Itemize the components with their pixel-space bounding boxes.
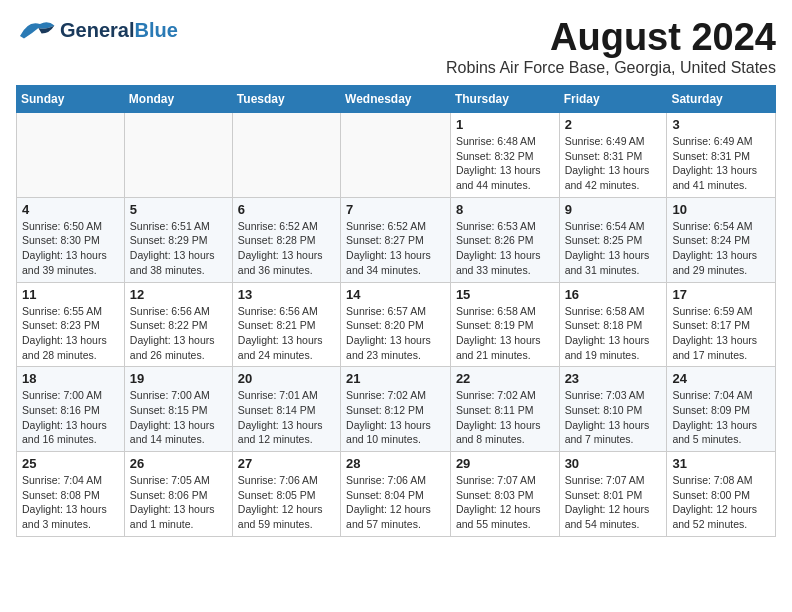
calendar-cell: 15Sunrise: 6:58 AM Sunset: 8:19 PM Dayli… — [450, 282, 559, 367]
day-info: Sunrise: 6:49 AM Sunset: 8:31 PM Dayligh… — [672, 134, 770, 193]
day-info: Sunrise: 7:05 AM Sunset: 8:06 PM Dayligh… — [130, 473, 227, 532]
day-number: 24 — [672, 371, 770, 386]
weekday-thursday: Thursday — [450, 86, 559, 113]
calendar-cell: 22Sunrise: 7:02 AM Sunset: 8:11 PM Dayli… — [450, 367, 559, 452]
calendar-cell: 24Sunrise: 7:04 AM Sunset: 8:09 PM Dayli… — [667, 367, 776, 452]
calendar-cell: 8Sunrise: 6:53 AM Sunset: 8:26 PM Daylig… — [450, 197, 559, 282]
logo-icon — [16, 16, 56, 44]
calendar-cell — [341, 113, 451, 198]
weekday-saturday: Saturday — [667, 86, 776, 113]
day-number: 25 — [22, 456, 119, 471]
day-info: Sunrise: 6:49 AM Sunset: 8:31 PM Dayligh… — [565, 134, 662, 193]
calendar-cell: 2Sunrise: 6:49 AM Sunset: 8:31 PM Daylig… — [559, 113, 667, 198]
day-number: 10 — [672, 202, 770, 217]
day-info: Sunrise: 7:08 AM Sunset: 8:00 PM Dayligh… — [672, 473, 770, 532]
calendar-cell: 7Sunrise: 6:52 AM Sunset: 8:27 PM Daylig… — [341, 197, 451, 282]
day-info: Sunrise: 7:04 AM Sunset: 8:09 PM Dayligh… — [672, 388, 770, 447]
calendar-cell: 23Sunrise: 7:03 AM Sunset: 8:10 PM Dayli… — [559, 367, 667, 452]
day-number: 13 — [238, 287, 335, 302]
day-number: 11 — [22, 287, 119, 302]
calendar-cell: 13Sunrise: 6:56 AM Sunset: 8:21 PM Dayli… — [232, 282, 340, 367]
calendar-cell: 19Sunrise: 7:00 AM Sunset: 8:15 PM Dayli… — [124, 367, 232, 452]
day-info: Sunrise: 6:54 AM Sunset: 8:24 PM Dayligh… — [672, 219, 770, 278]
day-number: 14 — [346, 287, 445, 302]
logo-blue: Blue — [134, 19, 177, 42]
calendar-cell: 28Sunrise: 7:06 AM Sunset: 8:04 PM Dayli… — [341, 452, 451, 537]
logo: General Blue — [16, 16, 178, 44]
calendar-cell: 14Sunrise: 6:57 AM Sunset: 8:20 PM Dayli… — [341, 282, 451, 367]
day-info: Sunrise: 7:02 AM Sunset: 8:12 PM Dayligh… — [346, 388, 445, 447]
day-info: Sunrise: 7:06 AM Sunset: 8:04 PM Dayligh… — [346, 473, 445, 532]
day-number: 6 — [238, 202, 335, 217]
day-info: Sunrise: 6:48 AM Sunset: 8:32 PM Dayligh… — [456, 134, 554, 193]
calendar-cell: 9Sunrise: 6:54 AM Sunset: 8:25 PM Daylig… — [559, 197, 667, 282]
day-number: 29 — [456, 456, 554, 471]
day-info: Sunrise: 6:56 AM Sunset: 8:22 PM Dayligh… — [130, 304, 227, 363]
logo-general: General — [60, 19, 134, 42]
calendar-cell — [17, 113, 125, 198]
month-title: August 2024 — [446, 16, 776, 59]
calendar-cell: 6Sunrise: 6:52 AM Sunset: 8:28 PM Daylig… — [232, 197, 340, 282]
day-number: 30 — [565, 456, 662, 471]
day-number: 17 — [672, 287, 770, 302]
day-info: Sunrise: 6:57 AM Sunset: 8:20 PM Dayligh… — [346, 304, 445, 363]
weekday-sunday: Sunday — [17, 86, 125, 113]
weekday-tuesday: Tuesday — [232, 86, 340, 113]
title-section: August 2024 Robins Air Force Base, Georg… — [446, 16, 776, 77]
day-info: Sunrise: 6:52 AM Sunset: 8:28 PM Dayligh… — [238, 219, 335, 278]
weekday-friday: Friday — [559, 86, 667, 113]
weekday-wednesday: Wednesday — [341, 86, 451, 113]
day-info: Sunrise: 7:01 AM Sunset: 8:14 PM Dayligh… — [238, 388, 335, 447]
day-number: 16 — [565, 287, 662, 302]
week-row-1: 1Sunrise: 6:48 AM Sunset: 8:32 PM Daylig… — [17, 113, 776, 198]
calendar-cell — [232, 113, 340, 198]
calendar-cell: 12Sunrise: 6:56 AM Sunset: 8:22 PM Dayli… — [124, 282, 232, 367]
calendar-cell: 1Sunrise: 6:48 AM Sunset: 8:32 PM Daylig… — [450, 113, 559, 198]
day-number: 23 — [565, 371, 662, 386]
day-info: Sunrise: 7:06 AM Sunset: 8:05 PM Dayligh… — [238, 473, 335, 532]
weekday-monday: Monday — [124, 86, 232, 113]
day-number: 9 — [565, 202, 662, 217]
day-number: 20 — [238, 371, 335, 386]
calendar-body: 1Sunrise: 6:48 AM Sunset: 8:32 PM Daylig… — [17, 113, 776, 537]
day-info: Sunrise: 7:00 AM Sunset: 8:15 PM Dayligh… — [130, 388, 227, 447]
calendar-cell: 11Sunrise: 6:55 AM Sunset: 8:23 PM Dayli… — [17, 282, 125, 367]
day-number: 21 — [346, 371, 445, 386]
page-header: General Blue August 2024 Robins Air Forc… — [16, 16, 776, 77]
day-info: Sunrise: 6:54 AM Sunset: 8:25 PM Dayligh… — [565, 219, 662, 278]
calendar-cell: 10Sunrise: 6:54 AM Sunset: 8:24 PM Dayli… — [667, 197, 776, 282]
day-number: 1 — [456, 117, 554, 132]
day-number: 19 — [130, 371, 227, 386]
day-number: 31 — [672, 456, 770, 471]
week-row-2: 4Sunrise: 6:50 AM Sunset: 8:30 PM Daylig… — [17, 197, 776, 282]
calendar-cell — [124, 113, 232, 198]
calendar-table: SundayMondayTuesdayWednesdayThursdayFrid… — [16, 85, 776, 537]
calendar-cell: 5Sunrise: 6:51 AM Sunset: 8:29 PM Daylig… — [124, 197, 232, 282]
day-number: 27 — [238, 456, 335, 471]
day-info: Sunrise: 6:56 AM Sunset: 8:21 PM Dayligh… — [238, 304, 335, 363]
day-number: 28 — [346, 456, 445, 471]
day-number: 5 — [130, 202, 227, 217]
day-number: 8 — [456, 202, 554, 217]
day-info: Sunrise: 7:00 AM Sunset: 8:16 PM Dayligh… — [22, 388, 119, 447]
calendar-cell: 25Sunrise: 7:04 AM Sunset: 8:08 PM Dayli… — [17, 452, 125, 537]
week-row-3: 11Sunrise: 6:55 AM Sunset: 8:23 PM Dayli… — [17, 282, 776, 367]
day-info: Sunrise: 6:50 AM Sunset: 8:30 PM Dayligh… — [22, 219, 119, 278]
calendar-cell: 29Sunrise: 7:07 AM Sunset: 8:03 PM Dayli… — [450, 452, 559, 537]
day-number: 12 — [130, 287, 227, 302]
calendar-cell: 16Sunrise: 6:58 AM Sunset: 8:18 PM Dayli… — [559, 282, 667, 367]
weekday-header-row: SundayMondayTuesdayWednesdayThursdayFrid… — [17, 86, 776, 113]
day-number: 7 — [346, 202, 445, 217]
day-info: Sunrise: 7:02 AM Sunset: 8:11 PM Dayligh… — [456, 388, 554, 447]
calendar-cell: 21Sunrise: 7:02 AM Sunset: 8:12 PM Dayli… — [341, 367, 451, 452]
day-info: Sunrise: 6:59 AM Sunset: 8:17 PM Dayligh… — [672, 304, 770, 363]
location-title: Robins Air Force Base, Georgia, United S… — [446, 59, 776, 77]
calendar-cell: 4Sunrise: 6:50 AM Sunset: 8:30 PM Daylig… — [17, 197, 125, 282]
day-info: Sunrise: 6:52 AM Sunset: 8:27 PM Dayligh… — [346, 219, 445, 278]
calendar-cell: 30Sunrise: 7:07 AM Sunset: 8:01 PM Dayli… — [559, 452, 667, 537]
day-number: 18 — [22, 371, 119, 386]
day-number: 22 — [456, 371, 554, 386]
day-number: 26 — [130, 456, 227, 471]
calendar-cell: 27Sunrise: 7:06 AM Sunset: 8:05 PM Dayli… — [232, 452, 340, 537]
calendar-cell: 18Sunrise: 7:00 AM Sunset: 8:16 PM Dayli… — [17, 367, 125, 452]
